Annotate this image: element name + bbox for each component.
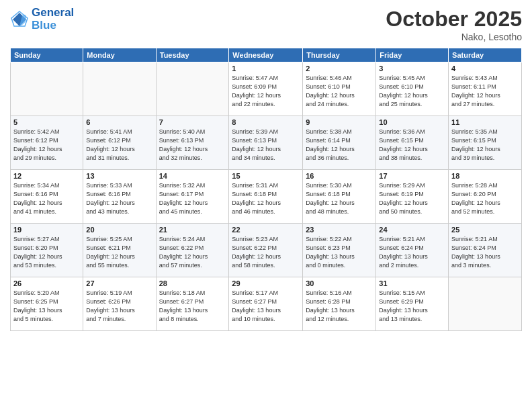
- day-number: 13: [86, 172, 152, 180]
- day-number: 21: [159, 226, 226, 234]
- day-number: 4: [451, 64, 519, 73]
- day-info: Sunrise: 5:17 AMSunset: 6:27 PMDaylight:…: [232, 289, 300, 324]
- table-row: [156, 62, 229, 116]
- day-number: 10: [379, 118, 445, 126]
- day-number: 24: [379, 226, 445, 234]
- calendar-week-row: 5Sunrise: 5:42 AMSunset: 6:12 PMDaylight…: [11, 116, 522, 170]
- calendar-header-row: Sunday Monday Tuesday Wednesday Thursday…: [11, 48, 522, 62]
- table-row: 25Sunrise: 5:21 AMSunset: 6:24 PMDayligh…: [449, 224, 522, 277]
- header: General Blue October 2025 Nako, Lesotho: [10, 7, 522, 42]
- month-title: October 2025: [386, 7, 522, 32]
- calendar-week-row: 19Sunrise: 5:27 AMSunset: 6:20 PMDayligh…: [11, 224, 522, 277]
- table-row: 14Sunrise: 5:32 AMSunset: 6:17 PMDayligh…: [156, 170, 229, 224]
- day-info: Sunrise: 5:32 AMSunset: 6:17 PMDaylight:…: [159, 181, 226, 216]
- day-number: 7: [159, 118, 226, 126]
- table-row: 24Sunrise: 5:21 AMSunset: 6:24 PMDayligh…: [376, 224, 449, 277]
- table-row: 18Sunrise: 5:28 AMSunset: 6:20 PMDayligh…: [449, 170, 522, 224]
- col-thursday: Thursday: [303, 48, 376, 62]
- day-info: Sunrise: 5:15 AMSunset: 6:29 PMDaylight:…: [379, 289, 445, 324]
- logo-icon: [10, 10, 29, 29]
- day-number: 2: [306, 64, 373, 73]
- day-number: 5: [13, 118, 80, 126]
- day-number: 25: [451, 226, 519, 234]
- day-number: 26: [13, 279, 80, 287]
- day-info: Sunrise: 5:28 AMSunset: 6:20 PMDaylight:…: [451, 181, 519, 216]
- table-row: 6Sunrise: 5:41 AMSunset: 6:12 PMDaylight…: [83, 116, 156, 170]
- day-info: Sunrise: 5:27 AMSunset: 6:20 PMDaylight:…: [13, 235, 80, 270]
- day-info: Sunrise: 5:16 AMSunset: 6:28 PMDaylight:…: [306, 289, 373, 324]
- location: Nako, Lesotho: [386, 32, 522, 42]
- logo-line2: Blue: [32, 19, 74, 32]
- calendar-page: General Blue October 2025 Nako, Lesotho …: [0, 0, 532, 411]
- table-row: 17Sunrise: 5:29 AMSunset: 6:19 PMDayligh…: [376, 170, 449, 224]
- table-row: 21Sunrise: 5:24 AMSunset: 6:22 PMDayligh…: [156, 224, 229, 277]
- day-info: Sunrise: 5:21 AMSunset: 6:24 PMDaylight:…: [451, 235, 519, 270]
- col-sunday: Sunday: [11, 48, 83, 62]
- day-number: 6: [86, 118, 152, 126]
- day-number: 16: [306, 172, 373, 180]
- table-row: [11, 62, 83, 116]
- day-number: 23: [306, 226, 373, 234]
- day-info: Sunrise: 5:19 AMSunset: 6:26 PMDaylight:…: [86, 289, 152, 324]
- day-info: Sunrise: 5:42 AMSunset: 6:12 PMDaylight:…: [13, 128, 80, 163]
- day-info: Sunrise: 5:24 AMSunset: 6:22 PMDaylight:…: [159, 235, 226, 270]
- day-info: Sunrise: 5:29 AMSunset: 6:19 PMDaylight:…: [379, 181, 445, 216]
- table-row: 20Sunrise: 5:25 AMSunset: 6:21 PMDayligh…: [83, 224, 156, 277]
- table-row: 5Sunrise: 5:42 AMSunset: 6:12 PMDaylight…: [11, 116, 83, 170]
- table-row: 19Sunrise: 5:27 AMSunset: 6:20 PMDayligh…: [11, 224, 83, 277]
- day-number: 22: [232, 226, 300, 234]
- table-row: 31Sunrise: 5:15 AMSunset: 6:29 PMDayligh…: [376, 277, 449, 331]
- table-row: 30Sunrise: 5:16 AMSunset: 6:28 PMDayligh…: [303, 277, 376, 331]
- table-row: [449, 277, 522, 331]
- col-tuesday: Tuesday: [156, 48, 229, 62]
- table-row: 26Sunrise: 5:20 AMSunset: 6:25 PMDayligh…: [11, 277, 83, 331]
- calendar-table: Sunday Monday Tuesday Wednesday Thursday…: [10, 48, 522, 331]
- table-row: 12Sunrise: 5:34 AMSunset: 6:16 PMDayligh…: [11, 170, 83, 224]
- day-info: Sunrise: 5:39 AMSunset: 6:13 PMDaylight:…: [232, 128, 300, 163]
- day-number: 17: [379, 172, 445, 180]
- table-row: 4Sunrise: 5:43 AMSunset: 6:11 PMDaylight…: [449, 62, 522, 116]
- table-row: 16Sunrise: 5:30 AMSunset: 6:18 PMDayligh…: [303, 170, 376, 224]
- day-number: 11: [451, 118, 519, 126]
- day-info: Sunrise: 5:22 AMSunset: 6:23 PMDaylight:…: [306, 235, 373, 270]
- calendar-week-row: 26Sunrise: 5:20 AMSunset: 6:25 PMDayligh…: [11, 277, 522, 331]
- day-info: Sunrise: 5:23 AMSunset: 6:22 PMDaylight:…: [232, 235, 300, 270]
- day-info: Sunrise: 5:25 AMSunset: 6:21 PMDaylight:…: [86, 235, 152, 270]
- day-number: 20: [86, 226, 152, 234]
- day-info: Sunrise: 5:33 AMSunset: 6:16 PMDaylight:…: [86, 181, 152, 216]
- day-info: Sunrise: 5:34 AMSunset: 6:16 PMDaylight:…: [13, 181, 80, 216]
- day-number: 18: [451, 172, 519, 180]
- table-row: 29Sunrise: 5:17 AMSunset: 6:27 PMDayligh…: [229, 277, 303, 331]
- day-number: 12: [13, 172, 80, 180]
- day-number: 9: [306, 118, 373, 126]
- table-row: [83, 62, 156, 116]
- day-number: 31: [379, 279, 445, 287]
- col-wednesday: Wednesday: [229, 48, 303, 62]
- day-number: 1: [232, 64, 300, 73]
- title-block: October 2025 Nako, Lesotho: [386, 7, 522, 42]
- logo-text-block: General Blue: [32, 7, 74, 32]
- table-row: 7Sunrise: 5:40 AMSunset: 6:13 PMDaylight…: [156, 116, 229, 170]
- day-number: 15: [232, 172, 300, 180]
- day-info: Sunrise: 5:40 AMSunset: 6:13 PMDaylight:…: [159, 128, 226, 163]
- calendar-week-row: 1Sunrise: 5:47 AMSunset: 6:09 PMDaylight…: [11, 62, 522, 116]
- table-row: 3Sunrise: 5:45 AMSunset: 6:10 PMDaylight…: [376, 62, 449, 116]
- day-number: 14: [159, 172, 226, 180]
- day-info: Sunrise: 5:43 AMSunset: 6:11 PMDaylight:…: [451, 74, 519, 109]
- table-row: 8Sunrise: 5:39 AMSunset: 6:13 PMDaylight…: [229, 116, 303, 170]
- day-info: Sunrise: 5:45 AMSunset: 6:10 PMDaylight:…: [379, 74, 445, 109]
- day-info: Sunrise: 5:18 AMSunset: 6:27 PMDaylight:…: [159, 289, 226, 324]
- day-info: Sunrise: 5:41 AMSunset: 6:12 PMDaylight:…: [86, 128, 152, 163]
- day-info: Sunrise: 5:35 AMSunset: 6:15 PMDaylight:…: [451, 128, 519, 163]
- table-row: 13Sunrise: 5:33 AMSunset: 6:16 PMDayligh…: [83, 170, 156, 224]
- day-info: Sunrise: 5:20 AMSunset: 6:25 PMDaylight:…: [13, 289, 80, 324]
- day-info: Sunrise: 5:47 AMSunset: 6:09 PMDaylight:…: [232, 74, 300, 109]
- day-number: 27: [86, 279, 152, 287]
- day-number: 28: [159, 279, 226, 287]
- day-info: Sunrise: 5:38 AMSunset: 6:14 PMDaylight:…: [306, 128, 373, 163]
- day-info: Sunrise: 5:46 AMSunset: 6:10 PMDaylight:…: [306, 74, 373, 109]
- table-row: 23Sunrise: 5:22 AMSunset: 6:23 PMDayligh…: [303, 224, 376, 277]
- table-row: 10Sunrise: 5:36 AMSunset: 6:15 PMDayligh…: [376, 116, 449, 170]
- table-row: 28Sunrise: 5:18 AMSunset: 6:27 PMDayligh…: [156, 277, 229, 331]
- logo: General Blue: [10, 7, 74, 32]
